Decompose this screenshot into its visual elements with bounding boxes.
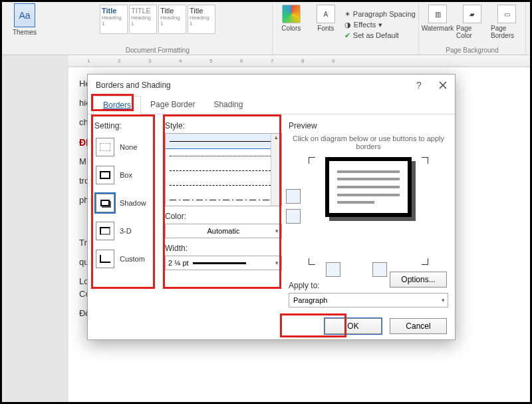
check-icon: ✔ xyxy=(344,31,350,40)
set-default-button[interactable]: ✔Set as Default xyxy=(344,30,416,41)
setting-3d[interactable]: 3-D xyxy=(94,217,161,245)
colors-icon xyxy=(282,5,301,23)
style-solid[interactable] xyxy=(166,134,281,148)
border-top-toggle[interactable] xyxy=(286,189,301,204)
group-label-page-bg: Page Background xyxy=(446,47,499,54)
page-color-button[interactable]: ▰Page Color xyxy=(456,5,488,45)
help-button[interactable]: ? xyxy=(411,77,427,93)
document-gutter xyxy=(2,55,68,402)
style-dotted[interactable] xyxy=(166,148,281,163)
width-label: Width: xyxy=(165,244,282,253)
color-combo[interactable]: Automatic xyxy=(165,224,282,238)
ribbon: Aa Themes TitleHeading 1 TITLEHeading 1 … xyxy=(2,2,530,55)
setting-none[interactable]: None xyxy=(94,133,161,161)
style-gallery-item[interactable]: TitleHeading 1 xyxy=(158,5,186,34)
ok-button[interactable]: OK xyxy=(325,318,382,334)
setting-custom[interactable]: Custom xyxy=(94,245,161,273)
page-color-icon: ▰ xyxy=(463,5,481,23)
box-icon xyxy=(96,166,114,184)
style-listbox[interactable]: ▴ xyxy=(165,133,282,206)
style-dashed-small[interactable] xyxy=(166,163,281,178)
style-label: Style: xyxy=(165,121,282,130)
fonts-button[interactable]: A Fonts xyxy=(310,5,342,45)
width-combo[interactable]: 2 ¼ pt xyxy=(165,256,282,270)
setting-label: Setting: xyxy=(94,121,161,130)
close-button[interactable] xyxy=(435,77,451,93)
cancel-button[interactable]: Cancel xyxy=(390,318,447,334)
close-icon xyxy=(439,81,447,89)
none-icon xyxy=(96,138,114,156)
custom-icon xyxy=(96,250,114,268)
style-gallery-item[interactable]: TitleHeading 1 xyxy=(188,5,215,34)
tab-page-border[interactable]: Page Border xyxy=(141,96,204,114)
colors-button[interactable]: Colors xyxy=(275,5,307,45)
fonts-icon: A xyxy=(317,5,335,23)
scrollbar[interactable]: ▴ xyxy=(271,134,281,206)
border-right-toggle[interactable] xyxy=(372,262,387,277)
color-label: Color: xyxy=(165,212,282,221)
spacing-icon: ✶ xyxy=(344,10,350,19)
apply-to-combo[interactable]: Paragraph xyxy=(289,293,448,307)
group-label-doc-formatting: Document Formatting xyxy=(126,47,190,54)
border-bottom-toggle[interactable] xyxy=(286,209,301,224)
border-left-toggle[interactable] xyxy=(326,262,340,277)
page-borders-icon: ▭ xyxy=(497,5,516,23)
page-borders-button[interactable]: ▭Page Borders xyxy=(491,5,523,45)
style-dash-dot[interactable] xyxy=(166,192,281,206)
setting-box[interactable]: Box xyxy=(94,161,161,189)
three-d-icon xyxy=(96,222,114,240)
dialog-title: Borders and Shading xyxy=(96,81,171,90)
effects-icon: ◑ xyxy=(344,21,351,29)
effects-button[interactable]: ◑Effects▾ xyxy=(344,19,416,30)
style-gallery-item[interactable]: TitleHeading 1 xyxy=(100,5,128,34)
options-button[interactable]: Options... xyxy=(390,272,447,288)
tab-borders[interactable]: Borders xyxy=(93,96,141,114)
preview-label: Preview xyxy=(289,121,448,130)
themes-button[interactable]: Aa Themes xyxy=(9,3,41,43)
ruler[interactable]: 123456789 xyxy=(2,55,530,67)
borders-shading-dialog: Borders and Shading ? Borders Page Borde… xyxy=(87,74,456,340)
preview-box xyxy=(325,157,412,217)
preview-hint: Click on diagram below or use buttons to… xyxy=(289,134,448,150)
watermark-icon: ▥ xyxy=(428,5,447,23)
width-line-icon xyxy=(193,262,246,264)
setting-shadow[interactable]: Shadow xyxy=(94,189,161,217)
shadow-icon xyxy=(96,194,114,212)
paragraph-spacing-button[interactable]: ✶Paragraph Spacing xyxy=(344,9,416,19)
tab-shading[interactable]: Shading xyxy=(204,96,252,114)
style-dashed[interactable] xyxy=(166,178,281,192)
style-gallery-item[interactable]: TITLEHeading 1 xyxy=(129,5,157,34)
watermark-button[interactable]: ▥Watermark xyxy=(422,5,454,45)
